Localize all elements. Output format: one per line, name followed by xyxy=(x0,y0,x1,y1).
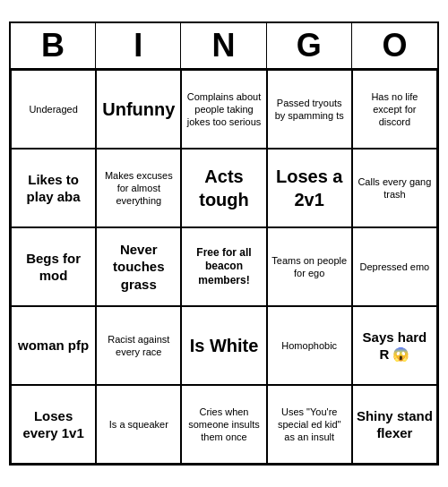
bingo-cell-23[interactable]: Uses "You're special ed kid" as an insul… xyxy=(267,385,352,464)
bingo-cell-8[interactable]: Loses a 2v1 xyxy=(267,149,352,227)
bingo-cell-16[interactable]: Racist against every race xyxy=(96,306,181,385)
bingo-cell-20[interactable]: Loses every 1v1 xyxy=(11,385,96,464)
bingo-card: B I N G O UnderagedUnfunnyComplains abou… xyxy=(9,21,439,466)
bingo-cell-1[interactable]: Unfunny xyxy=(96,70,181,149)
bingo-cell-15[interactable]: woman pfp xyxy=(11,306,96,385)
letter-n: N xyxy=(181,23,266,68)
bingo-header: B I N G O xyxy=(11,23,437,70)
bingo-cell-24[interactable]: Shiny stand flexer xyxy=(352,385,437,464)
bingo-cell-6[interactable]: Makes excuses for almost everything xyxy=(96,149,181,227)
bingo-cell-17[interactable]: Is White xyxy=(181,306,266,385)
bingo-cell-0[interactable]: Underaged xyxy=(11,70,96,149)
bingo-cell-14[interactable]: Depressed emo xyxy=(352,227,437,306)
bingo-cell-19[interactable]: Says hard R 😱 xyxy=(352,306,437,385)
letter-b: B xyxy=(11,23,96,68)
bingo-cell-22[interactable]: Cries when someone insults them once xyxy=(181,385,266,464)
letter-i: I xyxy=(96,23,181,68)
bingo-cell-10[interactable]: Begs for mod xyxy=(11,227,96,306)
bingo-cell-11[interactable]: Never touches grass xyxy=(96,227,181,306)
bingo-cell-2[interactable]: Complains about people taking jokes too … xyxy=(181,70,266,149)
bingo-cell-18[interactable]: Homophobic xyxy=(267,306,352,385)
bingo-cell-3[interactable]: Passed tryouts by spamming ts xyxy=(267,70,352,149)
bingo-cell-5[interactable]: Likes to play aba xyxy=(11,149,96,227)
bingo-grid: UnderagedUnfunnyComplains about people t… xyxy=(11,70,437,464)
letter-g: G xyxy=(267,23,352,68)
bingo-cell-21[interactable]: Is a squeaker xyxy=(96,385,181,464)
bingo-cell-13[interactable]: Teams on people for ego xyxy=(267,227,352,306)
letter-o: O xyxy=(352,23,437,68)
bingo-cell-12[interactable]: Free for all beacon members! xyxy=(181,227,266,306)
bingo-cell-9[interactable]: Calls every gang trash xyxy=(352,149,437,227)
bingo-cell-7[interactable]: Acts tough xyxy=(181,149,266,227)
bingo-cell-4[interactable]: Has no life except for discord xyxy=(352,70,437,149)
